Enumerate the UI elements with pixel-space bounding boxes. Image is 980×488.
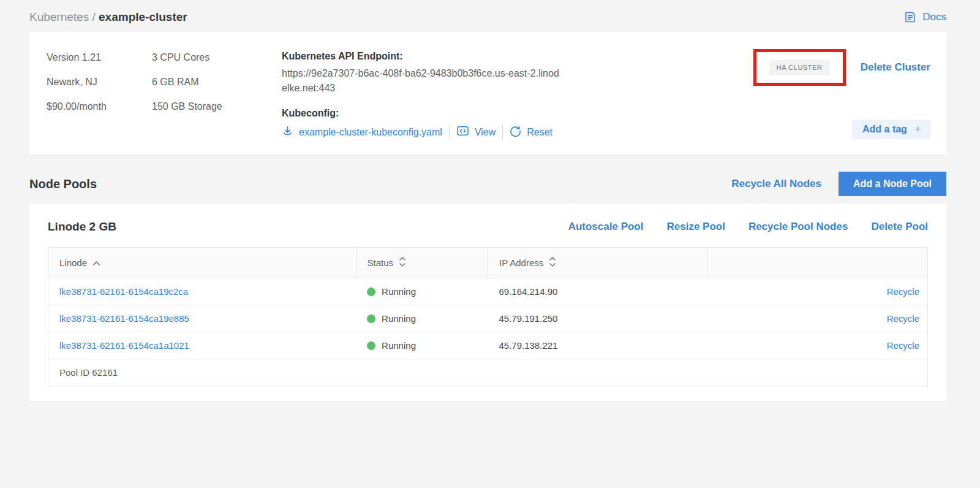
cluster-specs-column-1: Version 1.21 Newark, NJ $90.00/month bbox=[47, 49, 152, 139]
delete-cluster-button[interactable]: Delete Cluster bbox=[861, 61, 930, 74]
recycle-node-button[interactable]: Recycle bbox=[887, 340, 919, 351]
breadcrumb-separator: / bbox=[89, 10, 99, 23]
resize-pool-button[interactable]: Resize Pool bbox=[666, 221, 725, 233]
cluster-region: Newark, NJ bbox=[47, 75, 152, 90]
breadcrumb-current: example-cluster bbox=[99, 10, 187, 23]
cluster-version: Version 1.21 bbox=[47, 50, 152, 65]
recycle-pool-nodes-button[interactable]: Recycle Pool Nodes bbox=[748, 221, 848, 233]
autoscale-pool-button[interactable]: Autoscale Pool bbox=[568, 221, 644, 233]
kubeconfig-reset-link[interactable]: Reset bbox=[510, 125, 552, 139]
download-icon bbox=[282, 125, 293, 139]
kubernetes-cluster-page: Kubernetes / example-cluster Docs Versio… bbox=[0, 0, 980, 488]
breadcrumb: Kubernetes / example-cluster bbox=[29, 10, 187, 24]
pool-title-row: Linode 2 GB Autoscale Pool Resize Pool R… bbox=[48, 220, 928, 234]
ha-cluster-badge: HA CLUSTER bbox=[769, 59, 830, 75]
node-ip: 45.79.138.221 bbox=[488, 332, 707, 359]
reset-icon bbox=[510, 125, 521, 139]
sort-both-icon bbox=[399, 256, 406, 269]
column-header-ip-address[interactable]: IP Address bbox=[488, 248, 707, 278]
node-row: lke38731-62161-6154ca1a1021 Running 45.7… bbox=[48, 332, 928, 359]
add-tag-button[interactable]: Add a tag + bbox=[852, 120, 930, 139]
kubeconfig-download-link[interactable]: example-cluster-kubeconfig.yaml bbox=[282, 125, 442, 139]
node-status: Running bbox=[382, 313, 416, 324]
node-ip: 69.164.214.90 bbox=[488, 278, 707, 305]
node-pools-title: Node Pools bbox=[29, 177, 97, 191]
node-status: Running bbox=[382, 340, 416, 351]
status-running-icon bbox=[367, 288, 375, 296]
plus-icon: + bbox=[914, 123, 921, 135]
code-view-icon bbox=[456, 125, 469, 139]
node-status: Running bbox=[382, 286, 416, 297]
cluster-specs-column-2: 3 CPU Cores 6 GB RAM 150 GB Storage bbox=[152, 49, 282, 139]
status-running-icon bbox=[367, 315, 375, 323]
column-label-status: Status bbox=[368, 257, 394, 268]
summary-card-right-top: HA CLUSTER Delete Cluster bbox=[753, 49, 930, 86]
breadcrumb-section[interactable]: Kubernetes bbox=[29, 10, 89, 23]
ha-cluster-annotation-box: HA CLUSTER bbox=[753, 49, 846, 86]
node-link[interactable]: lke38731-62161-6154ca1a1021 bbox=[59, 340, 189, 351]
node-row: lke38731-62161-6154ca19e885 Running 45.7… bbox=[48, 305, 928, 332]
cluster-ram: 6 GB RAM bbox=[152, 75, 282, 90]
divider bbox=[502, 126, 503, 139]
api-endpoint-label: Kubernetes API Endpoint: bbox=[282, 49, 588, 64]
cluster-price: $90.00/month bbox=[47, 99, 152, 114]
add-node-pool-button[interactable]: Add a Node Pool bbox=[839, 172, 946, 196]
delete-pool-button[interactable]: Delete Pool bbox=[871, 221, 928, 233]
status-running-icon bbox=[367, 341, 375, 350]
reset-label: Reset bbox=[527, 127, 552, 138]
column-header-status[interactable]: Status bbox=[356, 248, 488, 278]
recycle-node-button[interactable]: Recycle bbox=[887, 313, 919, 324]
sort-ascending-icon bbox=[92, 257, 100, 268]
pool-id-row: Pool ID 62161 bbox=[48, 359, 928, 386]
column-label-linode: Linode bbox=[59, 257, 87, 268]
docs-link[interactable]: Docs bbox=[903, 10, 946, 24]
nodes-table-header-row: Linode Status bbox=[48, 248, 928, 278]
cluster-cpu: 3 CPU Cores bbox=[152, 50, 282, 65]
add-tag-label: Add a tag bbox=[862, 124, 907, 135]
kubeconfig-actions: example-cluster-kubeconfig.yaml View bbox=[282, 125, 588, 139]
node-link[interactable]: lke38731-62161-6154ca19e885 bbox=[59, 313, 189, 324]
node-pools-header: Node Pools Recycle All Nodes Add a Node … bbox=[29, 172, 946, 196]
cluster-storage: 150 GB Storage bbox=[152, 99, 282, 114]
cluster-summary-card: Version 1.21 Newark, NJ $90.00/month 3 C… bbox=[29, 32, 946, 154]
docs-icon bbox=[903, 10, 917, 24]
endpoint-block: Kubernetes API Endpoint: https://9e2a730… bbox=[282, 49, 588, 139]
nodes-table: Linode Status bbox=[48, 247, 928, 386]
node-row: lke38731-62161-6154ca19c2ca Running 69.1… bbox=[48, 278, 928, 305]
view-label: View bbox=[475, 127, 496, 138]
pool-actions: Autoscale Pool Resize Pool Recycle Pool … bbox=[568, 221, 928, 233]
column-label-ip-address: IP Address bbox=[499, 257, 543, 268]
pool-id-label: Pool ID 62161 bbox=[48, 359, 928, 386]
kubeconfig-label: Kubeconfig: bbox=[282, 106, 588, 121]
node-ip: 45.79.191.250 bbox=[488, 305, 707, 332]
pool-name: Linode 2 GB bbox=[48, 220, 116, 234]
docs-label: Docs bbox=[922, 11, 946, 23]
top-bar: Kubernetes / example-cluster Docs bbox=[0, 0, 980, 32]
column-header-actions bbox=[707, 248, 927, 278]
sort-both-icon bbox=[549, 256, 556, 269]
column-header-linode[interactable]: Linode bbox=[48, 248, 356, 278]
divider bbox=[449, 126, 450, 139]
api-endpoint-url: https://9e2a7307-b6ac-408f-ba62-9483b0b3… bbox=[282, 66, 564, 96]
summary-card-right: HA CLUSTER Delete Cluster Add a tag + bbox=[753, 49, 930, 139]
node-pool-card: Linode 2 GB Autoscale Pool Resize Pool R… bbox=[29, 204, 946, 401]
recycle-node-button[interactable]: Recycle bbox=[887, 286, 919, 297]
kubeconfig-file-name: example-cluster-kubeconfig.yaml bbox=[299, 127, 442, 138]
recycle-all-nodes-button[interactable]: Recycle All Nodes bbox=[731, 178, 821, 190]
kubeconfig-view-link[interactable]: View bbox=[456, 125, 496, 139]
node-link[interactable]: lke38731-62161-6154ca19c2ca bbox=[59, 286, 188, 297]
node-pools-header-actions: Recycle All Nodes Add a Node Pool bbox=[731, 172, 946, 196]
